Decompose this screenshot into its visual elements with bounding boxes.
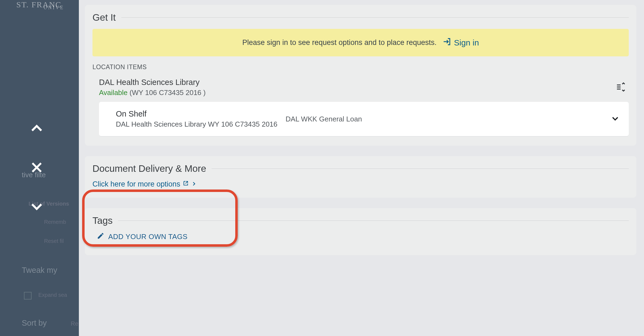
location-info: DAL Health Sciences Library Available (W…: [99, 78, 206, 97]
docdel-header-row: Document Delivery & More: [92, 163, 629, 174]
location-block: DAL Health Sciences Library Available (W…: [92, 76, 629, 102]
item-row-left: On Shelf DAL Health Sciences Library WY …: [116, 109, 277, 129]
availability-status: Available: [99, 88, 128, 97]
tags-section: Tags ADD YOUR OWN TAGS: [85, 208, 636, 255]
call-number: (WY 106 C73435 2016 ): [128, 88, 206, 97]
location-items-header: LOCATION ITEMS: [92, 63, 629, 71]
svg-line-6: [185, 181, 188, 184]
brand-university: UNIVE: [44, 5, 64, 11]
signin-banner-text: Please sign in to see request options an…: [242, 38, 436, 47]
external-link-icon: [182, 180, 189, 188]
chevron-right-icon: [191, 180, 197, 188]
tags-header-row: Tags: [92, 215, 629, 226]
item-row[interactable]: On Shelf DAL Health Sciences Library WY …: [99, 102, 629, 136]
get-it-section: Get It Please sign in to see request opt…: [85, 5, 636, 146]
item-status: On Shelf: [116, 109, 277, 118]
next-record-button[interactable]: [29, 199, 45, 215]
location-sort-button[interactable]: [616, 78, 627, 93]
availability-line: Available (WY 106 C73435 2016 ): [99, 88, 206, 97]
bg-text-reset: Reset fil: [44, 238, 64, 244]
docdel-title: Document Delivery & More: [92, 163, 206, 174]
signin-label: Sign in: [454, 38, 479, 47]
add-tags-button[interactable]: ADD YOUR OWN TAGS: [97, 232, 188, 242]
record-nav-controls: [29, 120, 45, 215]
docdel-more-options-link[interactable]: Click here for more options: [92, 180, 197, 188]
previous-record-button[interactable]: [29, 120, 45, 136]
item-expand-button[interactable]: [611, 114, 620, 124]
signin-banner: Please sign in to see request options an…: [92, 29, 629, 56]
item-location: DAL Health Sciences Library WY 106 C7343…: [116, 120, 277, 129]
divider: [118, 221, 629, 221]
divider: [121, 17, 629, 18]
record-detail-panel: Get It Please sign in to see request opt…: [79, 0, 644, 336]
signin-link[interactable]: Sign in: [442, 37, 479, 48]
divider: [212, 169, 629, 169]
bg-text-sortval: Re: [71, 320, 78, 327]
document-delivery-section: Document Delivery & More Click here for …: [85, 156, 636, 198]
location-library-name: DAL Health Sciences Library: [99, 78, 206, 87]
close-record-button[interactable]: [29, 159, 45, 176]
get-it-title: Get It: [92, 12, 116, 23]
pencil-icon: [97, 232, 104, 242]
item-loan-type: DAL WKK General Loan: [277, 115, 611, 123]
add-tags-label: ADD YOUR OWN TAGS: [108, 233, 188, 241]
bg-text-sortby: Sort by: [22, 319, 47, 328]
bg-text-expand: Expand sea: [38, 292, 67, 298]
bg-checkbox: [24, 292, 32, 300]
bg-text-tweak: Tweak my: [22, 266, 57, 275]
docdel-link-text: Click here for more options: [92, 180, 180, 188]
get-it-header-row: Get It: [92, 12, 629, 23]
tags-title: Tags: [92, 215, 113, 226]
bg-text-remember: Rememb: [44, 219, 66, 225]
signin-icon: [442, 37, 452, 48]
